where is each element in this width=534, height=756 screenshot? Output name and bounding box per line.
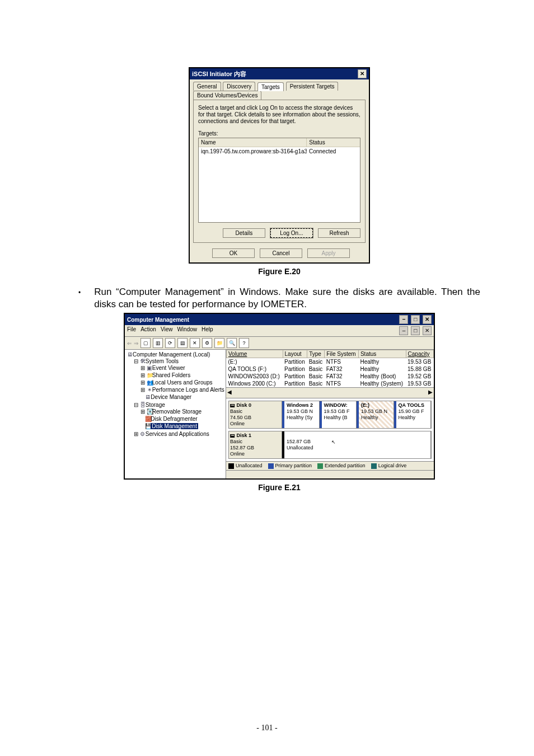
details-button[interactable]: Details xyxy=(223,228,265,238)
cm-titlebar[interactable]: Computer Management – □ ✕ xyxy=(125,314,434,325)
targets-list-row[interactable]: iqn.1997-05.tw.com.proware:sb-3164-g1a3-… xyxy=(199,147,360,156)
disk1-header: 🖴 Disk 1 Basic 152.87 GB Online xyxy=(229,431,282,458)
tree-event-viewer[interactable]: ⊞ ▣Event Viewer xyxy=(140,364,224,372)
computer-icon: 🖥 xyxy=(127,351,133,358)
iscsi-titlebar[interactable]: iSCSI Initiator 内容 ✕ xyxy=(190,68,369,79)
close-icon[interactable]: ✕ xyxy=(423,315,432,324)
services-icon: ⚙ xyxy=(140,431,146,437)
col-status[interactable]: Status xyxy=(358,350,406,358)
iscsi-instructions: Select a target and click Log On to acce… xyxy=(198,105,360,125)
tools-icon: 🛠 xyxy=(140,358,146,364)
folder-icon[interactable]: 📁 xyxy=(214,338,224,348)
cancel-button[interactable]: Cancel xyxy=(260,248,302,258)
child-minimize-icon[interactable]: – xyxy=(399,326,408,335)
cm-menubar: File Action View Window Help – □ ✕ xyxy=(125,325,434,337)
minimize-icon[interactable]: – xyxy=(399,315,408,324)
tree-services[interactable]: ⊞ ⚙Services and Applications xyxy=(134,430,224,438)
cm-title-text: Computer Management xyxy=(127,317,189,323)
disk1-unallocated[interactable]: 152.87 GBUnallocated ↖ xyxy=(282,431,431,458)
tree-disk-management[interactable]: 💾Disk Management xyxy=(140,422,224,430)
tree-root[interactable]: 🖥Computer Management (Local) ⊟ 🛠System T… xyxy=(127,351,224,438)
ok-button[interactable]: OK xyxy=(212,248,255,258)
col-volume[interactable]: Volume xyxy=(227,350,283,358)
swatch-unallocated-icon xyxy=(228,463,234,469)
tree-shared-folders[interactable]: ⊞ 📁Shared Folders xyxy=(140,372,224,379)
forward-icon[interactable]: ⇒ xyxy=(134,340,138,346)
tree-removable-storage[interactable]: ⊞ 💽Removable Storage xyxy=(140,408,224,415)
menu-view[interactable]: View xyxy=(161,326,173,335)
tree-local-users[interactable]: ⊞ 👥Local Users and Groups xyxy=(140,379,224,386)
disk-legend: Unallocated Primary partition Extended p… xyxy=(226,461,434,470)
targets-list-header: Name Status xyxy=(199,138,360,147)
target-name: iqn.1997-05.tw.com.proware:sb-3164-g1a3-… xyxy=(199,147,307,156)
page-number: - 101 - xyxy=(0,724,534,732)
paragraph: • Run “Computer Management” in Windows. … xyxy=(78,286,480,311)
disk0-partition[interactable]: Windows 219.53 GB NHealthy (Sy xyxy=(282,401,320,428)
disk0-partition[interactable]: QA TOOLS15.90 GB FHealthy xyxy=(394,401,432,428)
volume-row[interactable]: (E:)PartitionBasicNTFSHealthy19.53 GB xyxy=(227,358,434,366)
refresh-icon[interactable]: ⟳ xyxy=(165,338,175,348)
logon-button[interactable]: Log On... xyxy=(270,228,313,238)
maximize-icon[interactable]: □ xyxy=(411,315,420,324)
volume-row[interactable]: WINDOWS2003 (D:)PartitionBasicFAT32Healt… xyxy=(227,373,434,380)
menu-help[interactable]: Help xyxy=(202,326,213,335)
volume-row[interactable]: QA TOOLS (F:)PartitionBasicFAT32Healthy1… xyxy=(227,365,434,373)
tree-system-tools[interactable]: ⊟ 🛠System Tools ⊞ ▣Event Viewer ⊞ 📁Share… xyxy=(134,358,224,401)
menu-action[interactable]: Action xyxy=(140,326,156,335)
search-icon[interactable]: 🔍 xyxy=(227,338,237,348)
tree-disk-defragmenter[interactable]: 🧱Disk Defragmenter xyxy=(140,415,224,422)
status-bar xyxy=(226,470,434,478)
disk-management-icon: 💾 xyxy=(145,423,151,429)
swatch-primary-icon xyxy=(268,463,274,469)
iscsi-initiator-dialog: iSCSI Initiator 内容 ✕ General Discovery T… xyxy=(189,67,370,264)
tab-targets[interactable]: Targets xyxy=(257,82,284,91)
up-icon[interactable]: ▢ xyxy=(140,338,151,348)
disk0-row[interactable]: 🖴 Disk 0 Basic 74.50 GB Online Windows 2… xyxy=(228,401,432,429)
col-capacity[interactable]: Capacity xyxy=(406,350,433,358)
tree-storage[interactable]: ⊟ 🗄Storage ⊞ 💽Removable Storage 🧱Disk De… xyxy=(134,401,224,430)
view-icon[interactable]: ▥ xyxy=(153,338,163,348)
volumes-scrollbar[interactable]: ◀ ▶ xyxy=(226,387,434,398)
figure-caption-e20: Figure E.20 xyxy=(78,267,480,276)
disk1-row[interactable]: 🖴 Disk 1 Basic 152.87 GB Online 152.87 G… xyxy=(228,431,432,459)
properties-icon[interactable]: ▤ xyxy=(177,338,188,348)
swatch-logical-icon xyxy=(371,463,377,469)
iscsi-body: Select a target and click Log On to acce… xyxy=(193,100,366,243)
child-close-icon[interactable]: ✕ xyxy=(423,326,432,335)
col-file-system[interactable]: File System xyxy=(325,350,359,358)
tab-persistent-targets[interactable]: Persistent Targets xyxy=(286,82,339,91)
tab-discovery[interactable]: Discovery xyxy=(223,82,255,91)
cm-tree[interactable]: 🖥Computer Management (Local) ⊟ 🛠System T… xyxy=(125,350,226,478)
volume-row[interactable]: Windows 2000 (C:)PartitionBasicNTFSHealt… xyxy=(227,380,434,387)
refresh-button[interactable]: Refresh xyxy=(318,228,360,238)
tab-bound-volumes[interactable]: Bound Volumes/Devices xyxy=(193,91,261,100)
col-layout[interactable]: Layout xyxy=(283,350,307,358)
col-type[interactable]: Type xyxy=(307,350,325,358)
child-maximize-icon[interactable]: □ xyxy=(411,326,420,335)
help-icon[interactable]: ? xyxy=(239,338,249,348)
iscsi-tabs: General Discovery Targets Persistent Tar… xyxy=(190,79,369,100)
removable-icon: 💽 xyxy=(147,408,152,415)
tree-device-manager[interactable]: 🖥Device Manager xyxy=(140,393,224,401)
tab-general[interactable]: General xyxy=(193,82,221,91)
shared-folders-icon: 📁 xyxy=(147,372,152,378)
back-icon[interactable]: ⇐ xyxy=(127,340,132,346)
delete-icon[interactable]: ✕ xyxy=(190,338,200,348)
menu-window[interactable]: Window xyxy=(177,326,197,335)
computer-management-window: Computer Management – □ ✕ File Action Vi… xyxy=(124,313,435,480)
targets-list[interactable]: Name Status iqn.1997-05.tw.com.proware:s… xyxy=(198,138,360,223)
volumes-table[interactable]: Volume Layout Type File System Status Ca… xyxy=(226,350,434,387)
volumes-header: Volume Layout Type File System Status Ca… xyxy=(227,350,434,358)
perf-icon: ✶ xyxy=(147,387,152,393)
disk0-partition[interactable]: WINDOW:19.53 GB FHealthy (B xyxy=(320,401,357,428)
apply-button[interactable]: Apply xyxy=(307,248,350,258)
disk0-partition[interactable]: (E:)19.53 GB NHealthy xyxy=(357,401,394,428)
close-icon[interactable]: ✕ xyxy=(358,69,367,78)
disk-graphical-view[interactable]: 🖴 Disk 0 Basic 74.50 GB Online Windows 2… xyxy=(226,398,434,461)
figure-caption-e21: Figure E.21 xyxy=(78,483,480,492)
menu-file[interactable]: File xyxy=(127,326,136,335)
paragraph-text: Run “Computer Management” in Windows. Ma… xyxy=(94,286,480,311)
config-icon[interactable]: ⚙ xyxy=(202,338,212,348)
cursor-icon: ↖ xyxy=(331,439,336,445)
tree-perf-logs[interactable]: ⊞ ✶Performance Logs and Alerts xyxy=(140,386,224,393)
